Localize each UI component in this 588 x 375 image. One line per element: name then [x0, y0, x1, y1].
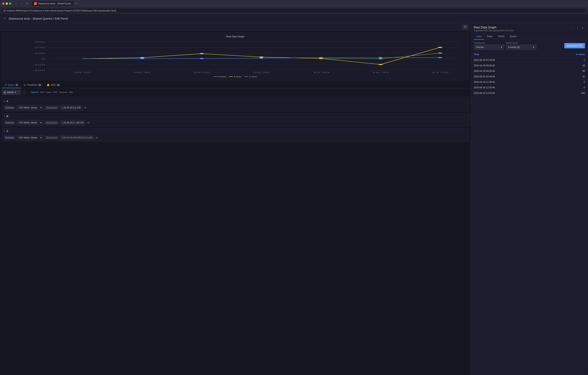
legend-c-series: C-series: [244, 76, 257, 78]
right-panel-subtitle: 3 queries with total query time of 14 ms: [474, 29, 513, 32]
table-row: 2020-04-29 12:30:46 0: [471, 85, 588, 90]
app-body: Fi Raw Data Graph: [0, 23, 588, 375]
query-b-metric-chevron: ▾: [40, 121, 42, 124]
collapse-c-button[interactable]: ▾: [4, 130, 5, 132]
tab-transform[interactable]: ⇄ Transform 0: [21, 82, 44, 88]
collapse-a-button[interactable]: ▾: [4, 100, 5, 102]
table-row: 2020-04-29 13:30:46 100: [471, 90, 588, 96]
data-table: Time A-series 2020-04-29 07:30:46 1 2020…: [471, 52, 588, 375]
table-row: 2020-04-29 11:30:46 5: [471, 79, 588, 85]
svg-point-35: [378, 57, 383, 58]
svg-text:10:30: 10:30: [372, 71, 389, 73]
svg-text:09:00: 09:00: [193, 71, 210, 73]
svg-point-23: [378, 58, 383, 59]
maximize-traffic-light[interactable]: [9, 2, 11, 5]
rp-tab-data[interactable]: Data: [474, 33, 484, 40]
query-b-metric-select[interactable]: CSV Metric Values ▾: [17, 120, 43, 125]
query-c-metric-chevron: ▾: [40, 136, 42, 139]
reload-button[interactable]: ↻: [25, 1, 29, 6]
right-panel-header: Raw Data Graph 3 queries with total quer…: [471, 23, 588, 33]
app-container: ← Datasource tests - Shared Queries / Ed…: [0, 14, 588, 375]
interval-label: Interval = 30s: [59, 91, 73, 94]
info-icon[interactable]: i: [23, 91, 26, 94]
transformer-select[interactable]: Choose ▾: [474, 45, 504, 50]
time-cell: 2020-04-29 13:30:46: [471, 90, 546, 96]
value-cell: 20: [546, 63, 588, 68]
query-a-scenario: Scenario: [4, 106, 15, 110]
query-row-b-header: ▾ B: [2, 113, 468, 119]
transform-tab-label: Transform: [27, 84, 37, 86]
time-cell: 2020-04-29 08:30:46: [471, 63, 546, 68]
query-c-scenario: Scenario: [4, 136, 15, 140]
browser-content: ← Datasource tests - Shared Queries / Ed…: [0, 14, 588, 375]
svg-point-30: [438, 47, 442, 48]
download-csv-button[interactable]: Download CSV: [564, 43, 585, 48]
tab-title: Datasource tests - Shared Queri...: [38, 2, 73, 5]
query-row-c-header: ▾ C: [2, 128, 468, 134]
query-a-metric-chevron: ▾: [40, 106, 42, 109]
query-row-c: ▾ C Scenario CSV Metric Values ▾ String …: [2, 128, 469, 142]
new-tab-button[interactable]: +: [74, 1, 78, 6]
query-b-value-input[interactable]: 1,20,90,30,5,-100,200: [60, 120, 86, 125]
query-a-alias: Ali: [84, 107, 87, 109]
page-title: Datasource tests - Shared Queries / Edit…: [9, 17, 68, 20]
transform-tab-badge: 0: [38, 84, 42, 86]
select-result-select[interactable]: A-series (0) ▾: [506, 45, 536, 50]
prev-panel-button[interactable]: ‹: [570, 26, 574, 30]
time-cell: 2020-04-29 12:30:46: [471, 85, 546, 90]
svg-text:200: 200: [34, 47, 45, 49]
query-c-value-input[interactable]: 2.5,3.5,4.5,10.5,20.5,21.5,19.5: [60, 135, 94, 140]
tab-alert[interactable]: 🔔 Alert 0: [44, 82, 63, 88]
lock-icon: [4, 10, 5, 11]
table-row: 2020-04-29 08:30:46 20: [471, 63, 588, 68]
md-label: MD = auto = 652: [40, 91, 57, 94]
rp-tab-json[interactable]: JSON: [495, 33, 507, 40]
close-panel-button[interactable]: ×: [580, 26, 585, 30]
table-row: 2020-04-29 07:30:46 1: [471, 57, 588, 63]
query-b-alias: Ali: [87, 121, 89, 124]
legend-b-line: [229, 77, 233, 77]
transformer-value: Choose: [476, 46, 484, 49]
browser-tab[interactable]: Datasource tests - Shared Queri... ×: [32, 1, 74, 6]
time-cell: 2020-04-29 07:30:46: [471, 57, 546, 63]
query-a-string-label: String Input: [45, 106, 58, 110]
address-bar[interactable]: localhost:3000/d/ZqZnVvFZz/datasource-te…: [2, 8, 586, 13]
toolbar-button[interactable]: Fi: [462, 25, 468, 29]
query-a-metric-select[interactable]: CSV Metric Values ▾: [17, 105, 43, 110]
chart-legend: A-series B-series C-series: [4, 76, 466, 78]
datasource-select[interactable]: ▤ default ▾: [2, 90, 21, 95]
legend-c-label: C-series: [249, 76, 257, 78]
tab-favicon: [34, 2, 37, 5]
svg-point-36: [438, 57, 442, 58]
datasource-icon: ▤: [4, 91, 6, 94]
next-panel-button[interactable]: ›: [575, 26, 580, 30]
svg-text:300: 300: [34, 41, 45, 43]
browser-titlebar: ← → ↻ Datasource tests - Shared Queri...…: [0, 0, 588, 7]
url-text: localhost:3000/d/ZqZnVvFZz/datasource-te…: [7, 10, 118, 12]
value-cell: 1: [546, 57, 588, 63]
time-cell: 2020-04-29 11:30:46: [471, 79, 546, 85]
rp-tab-stats[interactable]: Stats: [484, 33, 495, 40]
forward-nav-button[interactable]: →: [20, 1, 24, 6]
query-c-metric-select[interactable]: CSV Metric Values ▾: [17, 135, 43, 140]
results-table: Time A-series 2020-04-29 07:30:46 1 2020…: [471, 52, 588, 96]
back-nav-button[interactable]: ←: [14, 1, 19, 6]
queries-area: ▾ A Scenario CSV Metric Values ▾ String …: [0, 97, 471, 375]
query-b-metric-value: CSV Metric Values: [18, 121, 37, 124]
options-link[interactable]: Options: [31, 91, 38, 94]
value-cell: 90: [546, 68, 588, 74]
select-result-chevron-icon: ▾: [533, 46, 534, 49]
minimize-traffic-light[interactable]: [6, 2, 8, 5]
collapse-b-button[interactable]: ▾: [4, 115, 5, 117]
right-panel-title: Raw Data Graph: [474, 26, 513, 29]
rp-tab-query[interactable]: Query: [507, 33, 519, 40]
svg-text:09:30: 09:30: [253, 71, 270, 73]
query-row-c-body: Scenario CSV Metric Values ▾ String Inpu…: [2, 134, 468, 141]
query-tab-badge: 3: [15, 84, 19, 86]
close-traffic-light[interactable]: [2, 2, 5, 5]
datasource-value: default: [7, 91, 14, 94]
query-a-value-input[interactable]: 1,20,90,30,5,0,100: [60, 105, 83, 110]
app-back-button[interactable]: ←: [3, 16, 6, 21]
query-c-metric-value: CSV Metric Values: [18, 136, 37, 139]
tab-query[interactable]: ☰ Query 3: [2, 82, 21, 88]
